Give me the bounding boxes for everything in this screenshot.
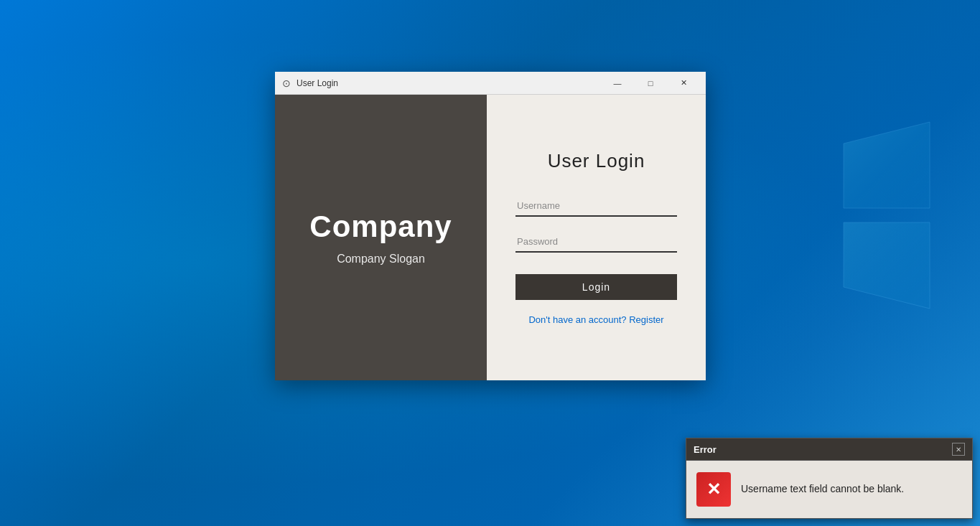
login-button[interactable]: Login	[515, 274, 677, 300]
username-input[interactable]	[515, 195, 677, 217]
window-controls: — □ ✕	[601, 72, 700, 95]
error-body: Username text field cannot be blank.	[686, 461, 972, 518]
svg-marker-1	[844, 222, 930, 309]
window-title: User Login	[297, 78, 601, 88]
right-panel: User Login Login Don't have an account? …	[487, 95, 706, 380]
minimize-button[interactable]: —	[601, 72, 634, 95]
svg-marker-0	[844, 122, 930, 208]
error-message: Username text field cannot be blank.	[741, 482, 904, 497]
error-dialog: Error ✕ Username text field cannot be bl…	[686, 438, 973, 519]
error-close-button[interactable]: ✕	[952, 443, 965, 456]
error-title-bar: Error ✕	[686, 438, 972, 461]
error-icon	[696, 472, 731, 507]
company-name: Company	[309, 210, 452, 244]
close-button[interactable]: ✕	[667, 72, 700, 95]
windows-logo-decoration	[836, 115, 937, 316]
password-input[interactable]	[515, 231, 677, 253]
left-panel: Company Company Slogan	[275, 95, 487, 380]
window-content: Company Company Slogan User Login Login …	[275, 95, 706, 380]
username-group	[515, 195, 677, 217]
window-icon: ⊙	[281, 78, 292, 89]
maximize-button[interactable]: □	[634, 72, 667, 95]
login-title: User Login	[548, 150, 645, 172]
error-title: Error	[694, 444, 717, 455]
company-slogan: Company Slogan	[337, 253, 425, 266]
password-group	[515, 231, 677, 253]
register-text: Don't have an account? Register	[528, 314, 663, 325]
title-bar: ⊙ User Login — □ ✕	[275, 72, 706, 95]
register-link[interactable]: Register	[629, 314, 663, 325]
app-window: ⊙ User Login — □ ✕ Company Company Sloga…	[275, 72, 706, 380]
